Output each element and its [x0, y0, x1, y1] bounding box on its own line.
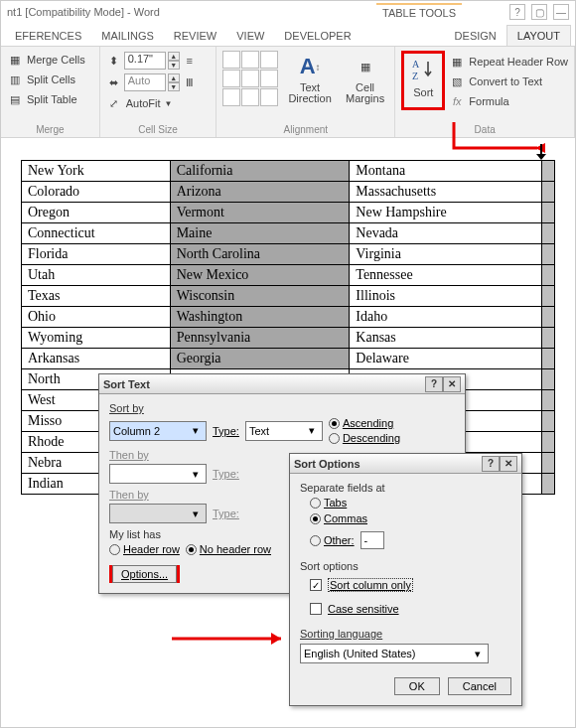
autofit-button[interactable]: ⤢ AutoFit ▼ [106, 94, 211, 112]
table-cell[interactable]: Idaho [350, 307, 542, 328]
width-up[interactable]: ▲ [168, 73, 180, 82]
table-cell[interactable]: Wisconsin [170, 286, 350, 307]
other-input[interactable]: - [360, 531, 384, 549]
other-radio[interactable]: Other: [310, 534, 355, 546]
close-icon[interactable]: ✕ [500, 456, 517, 472]
table-cell[interactable]: New York [22, 161, 171, 182]
text-direction-label: Text Direction [286, 82, 334, 104]
distribute-cols-icon[interactable]: Ⅲ [182, 74, 198, 90]
cell-margins-icon: ▦ [352, 53, 379, 80]
sorting-language-combo[interactable]: English (United States)▾ [300, 644, 489, 663]
table-cell[interactable]: Arkansas [22, 349, 171, 369]
sort-text-title-bar[interactable]: Sort Text ? ✕ [99, 374, 465, 394]
table-cell[interactable]: Kansas [350, 328, 542, 349]
tab-mailings[interactable]: MAILINGS [91, 26, 164, 46]
case-sensitive-checkbox[interactable]: Case sensitive [310, 603, 511, 615]
table-row[interactable]: WyomingPennsylvaniaKansas [22, 328, 555, 349]
height-down[interactable]: ▼ [168, 61, 180, 70]
tab-developer[interactable]: DEVELOPER [274, 26, 360, 46]
text-direction-button[interactable]: A↕ Text Direction [286, 51, 334, 106]
group-label-merge: Merge [7, 123, 93, 135]
table-row[interactable]: ConnecticutMaineNevada [22, 223, 555, 244]
sort-options-title-bar[interactable]: Sort Options ? ✕ [290, 454, 521, 474]
sort-options-dialog: Sort Options ? ✕ Separate fields at Tabs… [289, 453, 522, 706]
chevron-down-icon: ▾ [189, 424, 203, 437]
table-cell[interactable]: Florida [22, 244, 171, 265]
row-end-marker [542, 390, 555, 411]
table-cell[interactable]: Ohio [22, 307, 171, 328]
split-cells-button[interactable]: ▥ Split Cells [7, 71, 93, 88]
commas-radio[interactable]: Commas [310, 512, 511, 524]
tab-view[interactable]: VIEW [226, 26, 274, 46]
width-down[interactable]: ▼ [168, 82, 180, 91]
sort-button[interactable]: A Z Sort [405, 55, 441, 98]
split-table-button[interactable]: ▤ Split Table [7, 90, 93, 108]
help-icon[interactable]: ? [509, 4, 525, 20]
distribute-rows-icon[interactable]: ≡ [182, 53, 198, 69]
table-row[interactable]: ArkansasGeorgiaDelaware [22, 349, 555, 369]
height-up[interactable]: ▲ [168, 52, 180, 61]
cell-margins-button[interactable]: ▦ Cell Margins [342, 51, 389, 106]
table-row[interactable]: TexasWisconsinIllinois [22, 286, 555, 307]
table-cell[interactable]: Oregon [22, 203, 171, 223]
table-cell[interactable]: New Hampshire [350, 203, 542, 223]
formula-button[interactable]: fx Formula [449, 92, 568, 110]
table-cell[interactable]: Nevada [350, 223, 542, 244]
table-cell[interactable]: Washington [170, 307, 350, 328]
convert-text-label: Convert to Text [469, 75, 542, 87]
close-icon[interactable]: ✕ [443, 376, 461, 392]
sort-column-only-checkbox[interactable]: ✓ Sort column only [310, 578, 511, 592]
minimize-icon[interactable]: — [553, 4, 569, 20]
ascending-radio[interactable]: Ascending [329, 417, 400, 429]
row-height-input[interactable]: 0.17" [124, 52, 166, 70]
table-cell[interactable]: North Carolina [170, 244, 350, 265]
table-cell[interactable]: Illinois [350, 286, 542, 307]
col-width-input[interactable]: Auto [124, 73, 166, 91]
table-cell[interactable]: Virginia [350, 244, 542, 265]
table-cell[interactable]: Utah [22, 265, 171, 286]
table-cell[interactable]: Pennsylvania [170, 328, 350, 349]
tab-review[interactable]: REVIEW [164, 26, 226, 46]
tab-design[interactable]: DESIGN [445, 26, 506, 46]
table-cell[interactable]: Colorado [22, 182, 171, 203]
convert-to-text-button[interactable]: ▧ Convert to Text [449, 73, 568, 90]
then-by-combo[interactable]: ▾ [109, 464, 207, 484]
header-row-radio[interactable]: Header row [109, 543, 180, 555]
help-icon[interactable]: ? [425, 376, 443, 392]
table-cell[interactable]: Georgia [170, 349, 350, 369]
tab-layout[interactable]: LAYOUT [506, 25, 571, 46]
table-row[interactable]: FloridaNorth CarolinaVirginia [22, 244, 555, 265]
sort-type-combo[interactable]: Text▾ [245, 421, 323, 441]
table-cell[interactable]: Arizona [170, 182, 350, 203]
tab-references[interactable]: EFERENCES [5, 26, 91, 46]
table-cell[interactable]: Vermont [170, 203, 350, 223]
table-cell[interactable]: New Mexico [170, 265, 350, 286]
tabs-radio[interactable]: Tabs [310, 497, 511, 509]
descending-radio[interactable]: Descending [329, 432, 400, 444]
table-cell[interactable]: Connecticut [22, 223, 171, 244]
table-row[interactable]: UtahNew MexicoTennessee [22, 265, 555, 286]
table-cell[interactable]: Texas [22, 286, 171, 307]
help-icon[interactable]: ? [482, 456, 500, 472]
table-cell[interactable]: Massachusetts [350, 182, 542, 203]
table-cell[interactable]: California [170, 161, 350, 182]
repeat-header-rows-button[interactable]: ▦ Repeat Header Row [449, 53, 568, 71]
cancel-button[interactable]: Cancel [448, 677, 511, 695]
table-cell[interactable]: Tennessee [350, 265, 542, 286]
table-cell[interactable]: Wyoming [22, 328, 171, 349]
table-row[interactable]: New YorkCaliforniaMontana [22, 161, 555, 182]
no-header-row-label: No header row [200, 543, 271, 555]
no-header-row-radio[interactable]: No header row [186, 543, 271, 555]
merge-cells-button[interactable]: ▦ Merge Cells [7, 51, 93, 69]
sort-by-combo[interactable]: Column 2▾ [109, 421, 207, 441]
ok-button[interactable]: OK [394, 677, 440, 695]
table-row[interactable]: ColoradoArizonaMassachusetts [22, 182, 555, 203]
ribbon-display-icon[interactable]: ▢ [531, 4, 547, 20]
table-cell[interactable]: Maine [170, 223, 350, 244]
table-row[interactable]: OhioWashingtonIdaho [22, 307, 555, 328]
table-cell[interactable]: Montana [350, 161, 542, 182]
table-cell[interactable]: Delaware [350, 349, 542, 369]
options-button[interactable]: Options... [112, 565, 177, 583]
alignment-grid[interactable] [222, 51, 278, 106]
table-row[interactable]: OregonVermontNew Hampshire [22, 203, 555, 223]
